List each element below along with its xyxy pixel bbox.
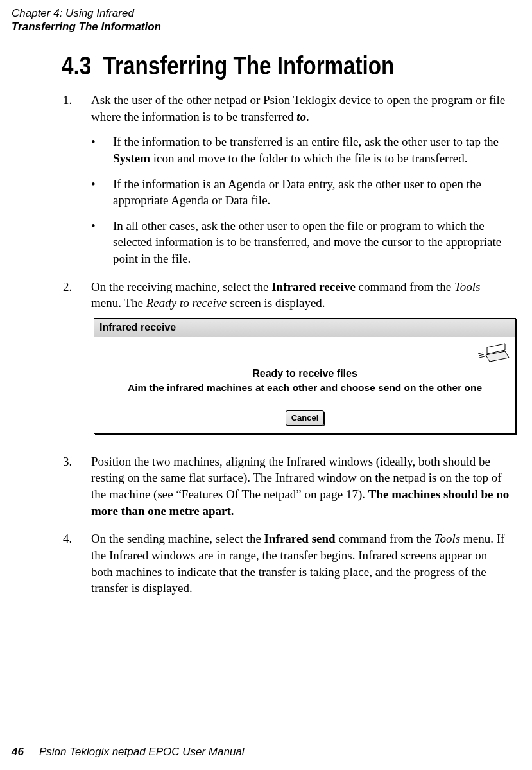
step-1-bullets: If the information to be transferred is …	[91, 134, 511, 267]
page: Chapter 4: Using Infrared Transferring T…	[0, 0, 532, 770]
dialog-line-2: Aim the infrared machines at each other …	[101, 381, 509, 395]
step-4-a: On the sending machine, select the	[91, 532, 264, 545]
step-4-text: On the sending machine, select the Infra…	[91, 532, 504, 595]
step-2-a: On the receiving machine, select the	[91, 280, 271, 293]
step-1-period: .	[306, 110, 309, 123]
section-title: Transferring The Information	[103, 51, 395, 80]
step-1: 1. Ask the user of the other netpad or P…	[62, 92, 511, 267]
cancel-button[interactable]: Cancel	[286, 410, 325, 426]
bullet-1-c: icon and move to the folder to which the…	[150, 152, 467, 165]
step-2-c: menu. The	[91, 296, 146, 310]
dialog-line-1: Ready to receive files	[101, 367, 509, 381]
step-1-text: Ask the user of the other netpad or Psio…	[91, 93, 505, 123]
footer: 46Psion Teklogix netpad EPOC User Manual	[12, 746, 245, 758]
footer-text: Psion Teklogix netpad EPOC User Manual	[39, 746, 245, 758]
dialog-title: Infrared receive	[94, 319, 515, 337]
step-3-text: Position the two machines, aligning the …	[91, 455, 509, 518]
step-2-b: command from the	[356, 280, 454, 293]
step-2-d: screen is displayed.	[227, 296, 325, 310]
step-2-it1: Tools	[454, 280, 481, 293]
device-icon	[477, 340, 510, 370]
bullet-3: In all other cases, ask the other user t…	[91, 218, 511, 267]
infrared-receive-dialog: Infrared receive	[94, 318, 516, 434]
step-2-bold: Infrared receive	[271, 280, 356, 293]
step-2-it2: Ready to receive	[146, 296, 227, 310]
step-4-b: command from the	[336, 532, 434, 545]
content-area: 4.3 Transferring The Information 1. Ask …	[62, 51, 511, 608]
bullet-2: If the information is an Agenda or Data …	[91, 176, 511, 209]
step-number: 3.	[63, 453, 72, 470]
section-heading: 4.3 Transferring The Information	[62, 51, 434, 80]
dialog-screenshot: Infrared receive	[94, 318, 511, 434]
step-number: 1.	[63, 92, 72, 109]
bullet-1-a: If the information to be transferred is …	[113, 135, 499, 148]
header-section: Transferring The Information	[12, 20, 161, 33]
step-3: 3. Position the two machines, aligning t…	[62, 453, 511, 520]
step-2-text: On the receiving machine, select the Inf…	[91, 280, 480, 310]
bullet-1-bold: System	[113, 152, 150, 165]
running-header: Chapter 4: Using Infrared Transferring T…	[12, 6, 161, 34]
step-4-bold: Infrared send	[264, 532, 336, 545]
step-2: 2. On the receiving machine, select the …	[62, 279, 511, 434]
header-chapter: Chapter 4: Using Infrared	[12, 6, 161, 20]
step-4-it: Tools	[434, 532, 461, 545]
step-4: 4. On the sending machine, select the In…	[62, 530, 511, 597]
page-number: 46	[12, 746, 24, 758]
step-1-to: to	[296, 110, 306, 123]
dialog-body: Ready to receive files Aim the infrared …	[94, 337, 515, 433]
step-list: 1. Ask the user of the other netpad or P…	[62, 92, 511, 597]
section-number: 4.3	[62, 51, 91, 80]
step-number: 4.	[63, 530, 72, 547]
step-number: 2.	[63, 279, 72, 295]
bullet-1: If the information to be transferred is …	[91, 134, 511, 166]
